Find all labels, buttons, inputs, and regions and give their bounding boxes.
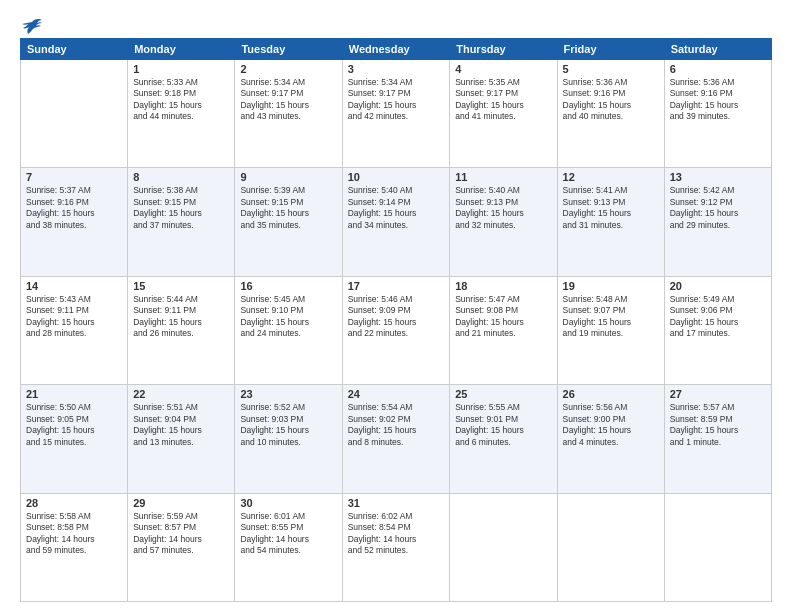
day-number: 5: [563, 63, 659, 75]
day-number: 30: [240, 497, 336, 509]
day-info: Sunrise: 5:47 AMSunset: 9:08 PMDaylight:…: [455, 294, 551, 340]
day-info: Sunrise: 5:44 AMSunset: 9:11 PMDaylight:…: [133, 294, 229, 340]
day-number: 22: [133, 388, 229, 400]
day-number: 25: [455, 388, 551, 400]
weekday-header-thursday: Thursday: [450, 39, 557, 60]
day-info: Sunrise: 5:51 AMSunset: 9:04 PMDaylight:…: [133, 402, 229, 448]
calendar-cell: 11Sunrise: 5:40 AMSunset: 9:13 PMDayligh…: [450, 168, 557, 276]
calendar-cell: 18Sunrise: 5:47 AMSunset: 9:08 PMDayligh…: [450, 276, 557, 384]
calendar-cell: 19Sunrise: 5:48 AMSunset: 9:07 PMDayligh…: [557, 276, 664, 384]
day-number: 29: [133, 497, 229, 509]
day-number: 6: [670, 63, 766, 75]
calendar-cell: [557, 493, 664, 601]
calendar-cell: [450, 493, 557, 601]
calendar-cell: 22Sunrise: 5:51 AMSunset: 9:04 PMDayligh…: [128, 385, 235, 493]
calendar-week-row: 28Sunrise: 5:58 AMSunset: 8:58 PMDayligh…: [21, 493, 772, 601]
calendar-cell: [664, 493, 771, 601]
day-number: 3: [348, 63, 445, 75]
calendar-cell: 23Sunrise: 5:52 AMSunset: 9:03 PMDayligh…: [235, 385, 342, 493]
calendar-cell: 27Sunrise: 5:57 AMSunset: 8:59 PMDayligh…: [664, 385, 771, 493]
calendar-cell: 2Sunrise: 5:34 AMSunset: 9:17 PMDaylight…: [235, 60, 342, 168]
day-info: Sunrise: 5:54 AMSunset: 9:02 PMDaylight:…: [348, 402, 445, 448]
weekday-header-friday: Friday: [557, 39, 664, 60]
logo: [20, 18, 42, 30]
day-number: 16: [240, 280, 336, 292]
calendar-cell: 14Sunrise: 5:43 AMSunset: 9:11 PMDayligh…: [21, 276, 128, 384]
day-number: 17: [348, 280, 445, 292]
day-number: 20: [670, 280, 766, 292]
calendar-week-row: 1Sunrise: 5:33 AMSunset: 9:18 PMDaylight…: [21, 60, 772, 168]
day-info: Sunrise: 5:46 AMSunset: 9:09 PMDaylight:…: [348, 294, 445, 340]
calendar-cell: 20Sunrise: 5:49 AMSunset: 9:06 PMDayligh…: [664, 276, 771, 384]
day-number: 18: [455, 280, 551, 292]
day-info: Sunrise: 5:50 AMSunset: 9:05 PMDaylight:…: [26, 402, 122, 448]
calendar-page: SundayMondayTuesdayWednesdayThursdayFrid…: [0, 0, 792, 612]
calendar-cell: 4Sunrise: 5:35 AMSunset: 9:17 PMDaylight…: [450, 60, 557, 168]
day-number: 27: [670, 388, 766, 400]
calendar-table: SundayMondayTuesdayWednesdayThursdayFrid…: [20, 38, 772, 602]
day-number: 24: [348, 388, 445, 400]
day-number: 12: [563, 171, 659, 183]
day-number: 7: [26, 171, 122, 183]
calendar-cell: 10Sunrise: 5:40 AMSunset: 9:14 PMDayligh…: [342, 168, 450, 276]
calendar-cell: 24Sunrise: 5:54 AMSunset: 9:02 PMDayligh…: [342, 385, 450, 493]
calendar-cell: 13Sunrise: 5:42 AMSunset: 9:12 PMDayligh…: [664, 168, 771, 276]
calendar-cell: 30Sunrise: 6:01 AMSunset: 8:55 PMDayligh…: [235, 493, 342, 601]
day-info: Sunrise: 5:59 AMSunset: 8:57 PMDaylight:…: [133, 511, 229, 557]
day-number: 13: [670, 171, 766, 183]
calendar-cell: 12Sunrise: 5:41 AMSunset: 9:13 PMDayligh…: [557, 168, 664, 276]
calendar-cell: 8Sunrise: 5:38 AMSunset: 9:15 PMDaylight…: [128, 168, 235, 276]
day-info: Sunrise: 5:34 AMSunset: 9:17 PMDaylight:…: [348, 77, 445, 123]
day-info: Sunrise: 5:34 AMSunset: 9:17 PMDaylight:…: [240, 77, 336, 123]
calendar-cell: 31Sunrise: 6:02 AMSunset: 8:54 PMDayligh…: [342, 493, 450, 601]
day-info: Sunrise: 5:43 AMSunset: 9:11 PMDaylight:…: [26, 294, 122, 340]
header: [20, 18, 772, 30]
day-number: 19: [563, 280, 659, 292]
day-info: Sunrise: 5:56 AMSunset: 9:00 PMDaylight:…: [563, 402, 659, 448]
calendar-cell: 29Sunrise: 5:59 AMSunset: 8:57 PMDayligh…: [128, 493, 235, 601]
calendar-cell: 15Sunrise: 5:44 AMSunset: 9:11 PMDayligh…: [128, 276, 235, 384]
calendar-cell: [21, 60, 128, 168]
day-info: Sunrise: 5:39 AMSunset: 9:15 PMDaylight:…: [240, 185, 336, 231]
day-number: 2: [240, 63, 336, 75]
day-number: 28: [26, 497, 122, 509]
day-info: Sunrise: 5:55 AMSunset: 9:01 PMDaylight:…: [455, 402, 551, 448]
day-info: Sunrise: 5:36 AMSunset: 9:16 PMDaylight:…: [563, 77, 659, 123]
day-info: Sunrise: 5:42 AMSunset: 9:12 PMDaylight:…: [670, 185, 766, 231]
calendar-cell: 21Sunrise: 5:50 AMSunset: 9:05 PMDayligh…: [21, 385, 128, 493]
day-number: 9: [240, 171, 336, 183]
weekday-header-tuesday: Tuesday: [235, 39, 342, 60]
day-number: 21: [26, 388, 122, 400]
calendar-week-row: 7Sunrise: 5:37 AMSunset: 9:16 PMDaylight…: [21, 168, 772, 276]
day-info: Sunrise: 5:41 AMSunset: 9:13 PMDaylight:…: [563, 185, 659, 231]
weekday-header-saturday: Saturday: [664, 39, 771, 60]
calendar-cell: 7Sunrise: 5:37 AMSunset: 9:16 PMDaylight…: [21, 168, 128, 276]
calendar-cell: 9Sunrise: 5:39 AMSunset: 9:15 PMDaylight…: [235, 168, 342, 276]
day-number: 31: [348, 497, 445, 509]
calendar-cell: 17Sunrise: 5:46 AMSunset: 9:09 PMDayligh…: [342, 276, 450, 384]
calendar-cell: 28Sunrise: 5:58 AMSunset: 8:58 PMDayligh…: [21, 493, 128, 601]
day-number: 8: [133, 171, 229, 183]
day-info: Sunrise: 5:49 AMSunset: 9:06 PMDaylight:…: [670, 294, 766, 340]
weekday-header-row: SundayMondayTuesdayWednesdayThursdayFrid…: [21, 39, 772, 60]
day-info: Sunrise: 5:52 AMSunset: 9:03 PMDaylight:…: [240, 402, 336, 448]
day-info: Sunrise: 6:01 AMSunset: 8:55 PMDaylight:…: [240, 511, 336, 557]
day-number: 14: [26, 280, 122, 292]
calendar-cell: 16Sunrise: 5:45 AMSunset: 9:10 PMDayligh…: [235, 276, 342, 384]
day-info: Sunrise: 5:33 AMSunset: 9:18 PMDaylight:…: [133, 77, 229, 123]
day-info: Sunrise: 5:57 AMSunset: 8:59 PMDaylight:…: [670, 402, 766, 448]
day-info: Sunrise: 5:40 AMSunset: 9:13 PMDaylight:…: [455, 185, 551, 231]
calendar-cell: 3Sunrise: 5:34 AMSunset: 9:17 PMDaylight…: [342, 60, 450, 168]
day-info: Sunrise: 5:40 AMSunset: 9:14 PMDaylight:…: [348, 185, 445, 231]
day-number: 23: [240, 388, 336, 400]
calendar-cell: 25Sunrise: 5:55 AMSunset: 9:01 PMDayligh…: [450, 385, 557, 493]
day-number: 11: [455, 171, 551, 183]
day-info: Sunrise: 5:58 AMSunset: 8:58 PMDaylight:…: [26, 511, 122, 557]
calendar-cell: 6Sunrise: 5:36 AMSunset: 9:16 PMDaylight…: [664, 60, 771, 168]
day-number: 15: [133, 280, 229, 292]
calendar-cell: 1Sunrise: 5:33 AMSunset: 9:18 PMDaylight…: [128, 60, 235, 168]
weekday-header-monday: Monday: [128, 39, 235, 60]
day-number: 1: [133, 63, 229, 75]
day-info: Sunrise: 5:38 AMSunset: 9:15 PMDaylight:…: [133, 185, 229, 231]
weekday-header-sunday: Sunday: [21, 39, 128, 60]
